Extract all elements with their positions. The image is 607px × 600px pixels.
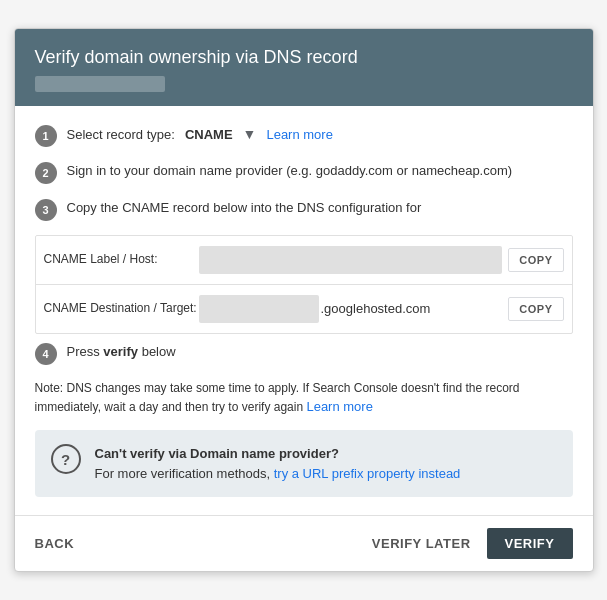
dropdown-arrow-icon[interactable]: ▼ — [243, 124, 257, 145]
step-4-number: 4 — [35, 343, 57, 365]
step-3: 3 Copy the CNAME record below into the D… — [35, 198, 573, 221]
step-4-text-after: below — [138, 344, 176, 359]
note-learn-more[interactable]: Learn more — [306, 399, 372, 414]
cname-label-host-row: CNAME Label / Host: COPY — [36, 236, 572, 285]
cname-destination-row: CNAME Destination / Target: .googlehoste… — [36, 285, 572, 333]
copy-destination-button[interactable]: COPY — [508, 297, 563, 321]
info-box-text-before: For more verification methods, — [95, 466, 274, 481]
info-box-title: Can't verify via Domain name provider? — [95, 446, 339, 461]
subtitle-placeholder — [35, 76, 165, 92]
step-2: 2 Sign in to your domain name provider (… — [35, 161, 573, 184]
note-text: Note: DNS changes may take some time to … — [35, 381, 520, 414]
cname-label-value-placeholder — [199, 246, 503, 274]
cname-fields: CNAME Label / Host: COPY CNAME Destinati… — [35, 235, 573, 334]
dialog-header: Verify domain ownership via DNS record — [15, 29, 593, 106]
dialog: Verify domain ownership via DNS record 1… — [14, 28, 594, 573]
step-3-content: Copy the CNAME record below into the DNS… — [67, 198, 422, 218]
verify-later-button[interactable]: VERIFY LATER — [372, 532, 471, 555]
step-2-content: Sign in to your domain name provider (e.… — [67, 161, 513, 181]
step-1-label: Select record type: — [67, 125, 175, 145]
step-2-number: 2 — [35, 162, 57, 184]
dialog-title: Verify domain ownership via DNS record — [35, 47, 573, 68]
step-1: 1 Select record type: CNAME ▼ Learn more — [35, 124, 573, 147]
step-4-text-before: Press — [67, 344, 104, 359]
copy-label-host-button[interactable]: COPY — [508, 248, 563, 272]
dialog-body: 1 Select record type: CNAME ▼ Learn more… — [15, 106, 593, 516]
step-3-number: 3 — [35, 199, 57, 221]
footer-left: BACK — [35, 532, 75, 555]
cname-destination-placeholder — [199, 295, 319, 323]
back-button[interactable]: BACK — [35, 532, 75, 555]
cname-destination-value-area: .googlehosted.com COPY — [199, 295, 564, 323]
dialog-footer: BACK VERIFY LATER VERIFY — [15, 515, 593, 571]
info-box-text: Can't verify via Domain name provider? F… — [95, 444, 461, 483]
question-icon: ? — [51, 444, 81, 474]
step-1-content: Select record type: CNAME ▼ Learn more — [67, 124, 333, 145]
note: Note: DNS changes may take some time to … — [35, 379, 573, 417]
info-box-link[interactable]: try a URL prefix property instead — [274, 466, 461, 481]
record-type-value: CNAME — [185, 125, 233, 145]
verify-button[interactable]: VERIFY — [487, 528, 573, 559]
cname-destination-value: .googlehosted.com — [199, 295, 503, 323]
cname-label-host-label: CNAME Label / Host: — [44, 251, 199, 268]
step-3-text: Copy the CNAME record below into the DNS… — [67, 200, 422, 215]
step-4-text-bold: verify — [103, 344, 138, 359]
cname-destination-suffix: .googlehosted.com — [321, 301, 431, 316]
step-1-number: 1 — [35, 125, 57, 147]
step-4: 4 Press verify below — [35, 342, 573, 365]
step-1-learn-more[interactable]: Learn more — [266, 125, 332, 145]
cname-destination-label: CNAME Destination / Target: — [44, 300, 199, 317]
step-2-text: Sign in to your domain name provider (e.… — [67, 163, 513, 178]
step-4-content: Press verify below — [67, 342, 176, 362]
cname-label-host-value-area: COPY — [199, 246, 564, 274]
info-box: ? Can't verify via Domain name provider?… — [35, 430, 573, 497]
